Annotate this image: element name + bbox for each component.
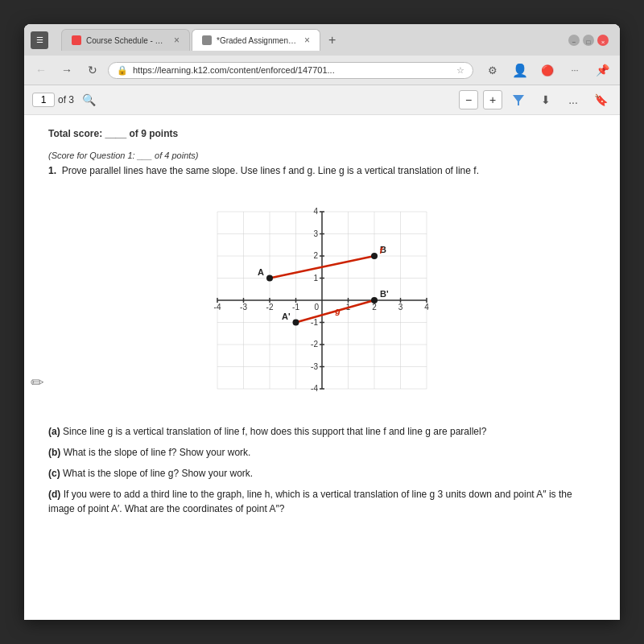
sub-c-text: What is the slope of line g? Show your w… xyxy=(63,468,253,479)
pdf-more-button[interactable]: ... xyxy=(562,89,584,111)
tab-graded-assignment[interactable]: *Graded Assignment Math Tem... × xyxy=(192,29,320,51)
title-bar: ☰ Course Schedule - MTH208A_O... × *Grad… xyxy=(24,24,620,56)
download-icon: ⬇ xyxy=(541,93,551,106)
question-body: Prove parallel lines have the same slope… xyxy=(62,165,479,176)
pencil-icon[interactable]: ✏ xyxy=(31,373,44,392)
tab-bar: Course Schedule - MTH208A_O... × *Graded… xyxy=(55,29,565,51)
browser-window: ☰ Course Schedule - MTH208A_O... × *Grad… xyxy=(24,24,620,620)
page-number-input[interactable] xyxy=(32,93,55,107)
zoom-plus-button[interactable]: + xyxy=(483,90,502,109)
pdf-controls: − + ⬇ ... 🔖 xyxy=(459,89,612,111)
window-controls: − □ × xyxy=(568,35,609,46)
lock-icon: 🔒 xyxy=(117,65,128,76)
pin-button[interactable]: 📌 xyxy=(591,59,613,81)
new-tab-button[interactable]: + xyxy=(322,30,342,51)
sub-a-label: (a) xyxy=(48,426,60,437)
browser-chrome: ☰ Course Schedule - MTH208A_O... × *Grad… xyxy=(24,24,620,85)
sub-d-text: If you were to add a third line to the g… xyxy=(48,489,572,514)
tab1-icon xyxy=(72,35,81,45)
refresh-button[interactable]: ↻ xyxy=(82,60,103,80)
bookmark-icon: 🔖 xyxy=(594,93,608,106)
tab1-close[interactable]: × xyxy=(174,35,180,46)
address-text: https://learning.k12.com/content/enforce… xyxy=(133,65,452,75)
zoom-minus-button[interactable]: − xyxy=(459,90,478,109)
toolbar-icons: ⚙ 👤 🔴 ··· 📌 xyxy=(481,59,613,81)
address-bar[interactable]: 🔒 https://learning.k12.com/content/enfor… xyxy=(108,62,473,79)
search-icon: 🔍 xyxy=(82,93,96,106)
sub-b-label: (b) xyxy=(48,447,60,458)
question-text: 1. Prove parallel lines have the same sl… xyxy=(48,163,596,178)
page-content: ✏ Total score: ____ of 9 points (Score f… xyxy=(24,115,620,614)
bookmark-button[interactable]: 🔖 xyxy=(589,89,612,111)
tab2-label: *Graded Assignment Math Tem... xyxy=(217,36,296,45)
sub-question-a: (a) Since line g is a vertical translati… xyxy=(48,424,596,439)
minimize-button[interactable]: − xyxy=(568,35,580,46)
star-icon[interactable]: ☆ xyxy=(456,65,464,76)
tab-course-schedule[interactable]: Course Schedule - MTH208A_O... × xyxy=(61,29,190,51)
sub-a-text: Since line g is a vertical translation o… xyxy=(63,426,486,437)
sub-c-label: (c) xyxy=(48,468,60,479)
browser-menu-icon[interactable]: ☰ xyxy=(31,31,48,49)
extensions-button[interactable]: ⚙ xyxy=(481,59,504,81)
filter-button[interactable] xyxy=(507,89,530,111)
coordinate-graph xyxy=(193,188,451,413)
tab1-label: Course Schedule - MTH208A_O... xyxy=(86,36,166,45)
sub-questions: (a) Since line g is a vertical translati… xyxy=(48,424,596,516)
download-button[interactable]: ⬇ xyxy=(535,89,557,111)
svg-marker-0 xyxy=(513,95,524,105)
sub-question-d: (d) If you were to add a third line to t… xyxy=(48,487,596,516)
maximize-button[interactable]: □ xyxy=(583,35,594,46)
graph-container xyxy=(193,188,451,413)
tab2-close[interactable]: × xyxy=(304,35,310,46)
forward-button[interactable]: → xyxy=(56,60,77,80)
question-number: 1. xyxy=(48,165,56,176)
sub-question-b: (b) What is the slope of line f? Show yo… xyxy=(48,445,596,460)
profile-button[interactable]: 👤 xyxy=(509,59,531,81)
back-button[interactable]: ← xyxy=(31,60,52,80)
tab2-icon xyxy=(202,35,212,45)
question-score: (Score for Question 1: ___ of 4 points) xyxy=(48,151,596,160)
more-button[interactable]: ··· xyxy=(564,59,586,81)
notifications-button[interactable]: 🔴 xyxy=(536,59,559,81)
sub-question-c: (c) What is the slope of line g? Show yo… xyxy=(48,466,596,481)
close-button[interactable]: × xyxy=(597,35,609,46)
page-nav: of 3 xyxy=(32,93,74,107)
total-score: Total score: ____ of 9 points xyxy=(48,128,596,139)
page-of-label: of 3 xyxy=(58,94,74,105)
pdf-toolbar: of 3 🔍 − + ⬇ ... 🔖 xyxy=(24,85,620,115)
address-bar-row: ← → ↻ 🔒 https://learning.k12.com/content… xyxy=(24,56,620,85)
pdf-search-button[interactable]: 🔍 xyxy=(80,92,97,108)
sub-d-label: (d) xyxy=(48,489,60,500)
sub-b-text: What is the slope of line f? Show your w… xyxy=(64,447,251,458)
